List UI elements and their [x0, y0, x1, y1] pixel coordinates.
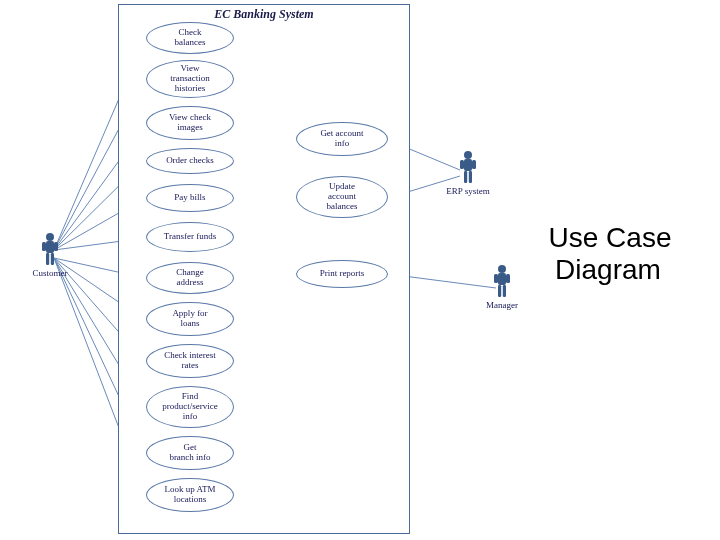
person-icon: [492, 264, 512, 298]
svg-rect-28: [498, 273, 506, 285]
svg-rect-29: [494, 274, 498, 283]
actor-erp-system: ERP system: [456, 150, 480, 196]
usecase-view-check-images: View checkimages: [146, 106, 234, 140]
svg-rect-22: [464, 159, 472, 171]
svg-rect-17: [42, 242, 46, 251]
usecase-look-up-atm-locations: Look up ATMlocations: [146, 478, 234, 512]
actor-label: Manager: [486, 300, 518, 310]
svg-rect-23: [460, 160, 464, 169]
usecase-order-checks: Order checks: [146, 148, 234, 174]
usecase-get-account-info: Get accountinfo: [296, 122, 388, 156]
usecase-view-transaction-histories: Viewtransactionhistories: [146, 60, 234, 98]
usecase-check-balances: Checkbalances: [146, 22, 234, 54]
usecase-get-branch-info: Getbranch info: [146, 436, 234, 470]
svg-point-21: [464, 151, 472, 159]
usecase-update-account-balances: Updateaccountbalances: [296, 176, 388, 218]
usecase-change-address: Changeaddress: [146, 262, 234, 294]
person-icon: [458, 150, 478, 184]
actor-customer: Customer: [38, 232, 62, 278]
person-icon: [40, 232, 60, 266]
usecase-print-reports: Print reports: [296, 260, 388, 288]
usecase-check-interest-rates: Check interestrates: [146, 344, 234, 378]
actor-label: Customer: [33, 268, 68, 278]
usecase-pay-bills: Pay bills: [146, 184, 234, 212]
system-title: EC Banking System: [119, 7, 409, 22]
svg-point-15: [46, 233, 54, 241]
svg-rect-18: [54, 242, 58, 251]
slide-title-line1: Use Case: [520, 220, 700, 256]
usecase-find-product-service-info: Findproduct/serviceinfo: [146, 386, 234, 428]
svg-point-27: [498, 265, 506, 273]
svg-rect-32: [503, 285, 506, 297]
svg-rect-26: [469, 171, 472, 183]
actor-manager: Manager: [490, 264, 514, 310]
svg-rect-16: [46, 241, 54, 253]
usecase-apply-for-loans: Apply forloans: [146, 302, 234, 336]
svg-rect-20: [51, 253, 54, 265]
svg-rect-30: [506, 274, 510, 283]
svg-rect-24: [472, 160, 476, 169]
slide-title-line2: Diagram: [528, 252, 688, 288]
usecase-transfer-funds: Transfer funds: [146, 222, 234, 252]
svg-rect-19: [46, 253, 49, 265]
svg-rect-31: [498, 285, 501, 297]
actor-label: ERP system: [446, 186, 489, 196]
diagram-stage: EC Banking System Checkbalances Viewtran…: [0, 0, 720, 540]
svg-rect-25: [464, 171, 467, 183]
